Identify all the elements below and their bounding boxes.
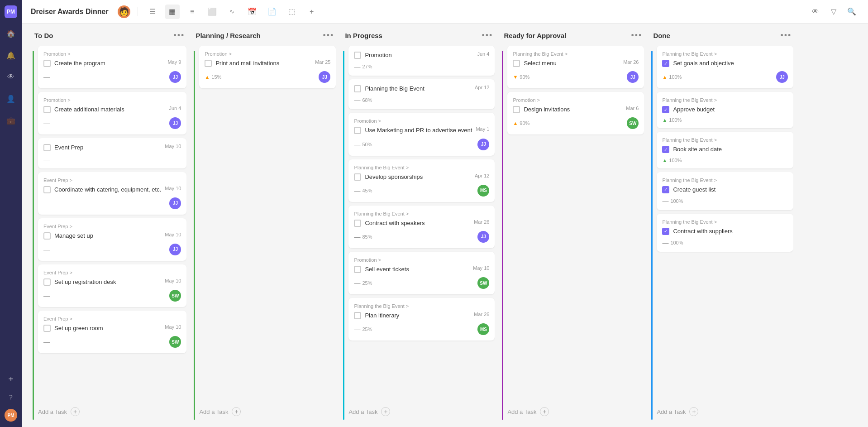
column-header-todo: To Do ••• <box>33 31 186 40</box>
card-checkbox[interactable] <box>43 144 51 151</box>
column-menu-done[interactable]: ••• <box>780 31 792 40</box>
task-card[interactable]: Planning the Big Event > Plan itinerary … <box>348 298 495 341</box>
task-card[interactable]: Planning the Big Event > ✓ Book site and… <box>657 132 793 168</box>
topbar-timeline-icon[interactable]: ∿ <box>225 5 239 19</box>
card-avatar: JJ <box>776 71 788 83</box>
task-card[interactable]: Promotion > Use Marketing and PR to adve… <box>348 113 495 155</box>
topbar-right: 👁 ▽ 🔍 <box>808 5 859 19</box>
task-card[interactable]: Planning the Big Event > Develop sponsor… <box>348 159 495 202</box>
topbar-gantt-icon[interactable]: ⬜ <box>205 5 219 19</box>
card-date: May 1 <box>476 126 489 132</box>
task-card[interactable]: Promotion Jun 4 — 27% <box>348 46 495 76</box>
card-checkbox[interactable] <box>513 106 520 113</box>
card-footer: — 85% JJ <box>354 231 489 243</box>
sidebar-item-people[interactable]: 👤 <box>5 92 17 105</box>
card-category: Planning the Big Event > <box>662 97 788 103</box>
card-title: Select menu <box>524 59 620 67</box>
task-card[interactable]: Promotion > Print and mail invitations M… <box>199 46 336 88</box>
card-checkbox[interactable]: ✓ <box>662 186 669 193</box>
add-task-plus-icon[interactable]: + <box>689 407 698 416</box>
sidebar-add-button[interactable]: + <box>5 373 17 385</box>
task-card[interactable]: Promotion > Create the program May 9 — J… <box>38 46 186 88</box>
card-checkbox[interactable] <box>43 232 51 240</box>
card-checkbox[interactable] <box>354 312 361 319</box>
column-menu-inprogress[interactable]: ••• <box>482 31 493 40</box>
card-checkbox[interactable] <box>43 278 51 286</box>
task-card[interactable]: Planning the Big Event Apr 12 — 68% <box>348 79 495 109</box>
topbar-files-icon[interactable]: 📄 <box>265 5 279 19</box>
card-checkbox[interactable] <box>354 220 361 227</box>
task-card[interactable]: Planning the Big Event > Contract with s… <box>348 206 495 248</box>
sidebar-help-button[interactable]: ? <box>5 391 17 403</box>
column-inprogress: In Progress ••• Promotion Jun 4 — 27% Pl… <box>339 31 498 420</box>
card-checkbox[interactable]: ✓ <box>662 60 669 67</box>
card-category: Planning the Big Event > <box>354 211 489 216</box>
progress-text: 25% <box>362 326 372 332</box>
add-task-button-ready[interactable]: Add a Task + <box>502 403 644 420</box>
add-task-button-inprogress[interactable]: Add a Task + <box>343 403 495 420</box>
card-checkbox[interactable] <box>354 52 361 59</box>
task-card[interactable]: Promotion > Create additional materials … <box>38 92 186 134</box>
column-header-inprogress: In Progress ••• <box>343 31 495 40</box>
topbar-search-icon[interactable]: 🔍 <box>844 5 859 19</box>
topbar-board-icon[interactable]: ▦ <box>165 5 180 19</box>
topbar-eye-icon[interactable]: 👁 <box>808 5 823 19</box>
card-header: Plan itinerary Mar 26 <box>354 312 489 320</box>
card-checkbox[interactable]: ✓ <box>662 228 669 235</box>
sidebar-item-notifications[interactable]: 🔔 <box>5 49 17 62</box>
topbar-table-icon[interactable]: ≡ <box>185 5 200 19</box>
card-checkbox[interactable] <box>43 325 51 332</box>
card-checkbox[interactable] <box>354 173 361 181</box>
column-menu-planning[interactable]: ••• <box>323 31 334 40</box>
task-card[interactable]: Planning the Big Event > ✓ Set goals and… <box>657 46 793 88</box>
task-card[interactable]: Planning the Big Event > ✓ Contract with… <box>657 214 793 252</box>
card-header: Set up registration desk May 10 <box>43 278 181 286</box>
add-task-button-todo[interactable]: Add a Task + <box>33 403 186 420</box>
topbar-list-icon[interactable]: ☰ <box>145 5 160 19</box>
card-checkbox[interactable]: ✓ <box>662 146 669 153</box>
task-card[interactable]: Planning the Big Event > ✓ Approve budge… <box>657 92 793 128</box>
task-card[interactable]: Event Prep > Coordinate with catering, e… <box>38 172 186 215</box>
task-card[interactable]: Event Prep > Manage set up May 10 — JJ <box>38 218 186 261</box>
card-title: Use Marketing and PR to advertise event <box>365 126 472 134</box>
card-checkbox[interactable] <box>354 127 361 134</box>
card-checkbox[interactable] <box>513 60 520 67</box>
progress-text: 100% <box>669 158 682 163</box>
task-card[interactable]: Planning the Big Event > Select menu Mar… <box>507 46 644 88</box>
add-task-plus-icon[interactable]: + <box>232 407 241 416</box>
add-task-button-planning[interactable]: Add a Task + <box>194 403 336 420</box>
add-task-button-done[interactable]: Add a Task + <box>651 403 793 420</box>
progress-text: 85% <box>362 234 372 240</box>
sidebar-item-portfolio[interactable]: 💼 <box>5 114 17 127</box>
add-task-plus-icon[interactable]: + <box>71 407 80 416</box>
column-title-ready: Ready for Approval <box>504 32 566 39</box>
card-checkbox[interactable] <box>354 85 361 92</box>
card-checkbox[interactable] <box>354 266 361 273</box>
task-card[interactable]: Promotion > Sell event tickets May 10 — … <box>348 252 495 294</box>
add-task-plus-icon[interactable]: + <box>540 407 549 416</box>
card-checkbox[interactable]: ✓ <box>662 106 669 113</box>
task-card[interactable]: Event Prep May 10 — <box>38 138 186 168</box>
card-checkbox[interactable] <box>205 60 212 67</box>
app-logo[interactable]: PM <box>5 5 17 18</box>
card-footer: — 27% <box>354 63 489 70</box>
card-checkbox[interactable] <box>43 106 51 113</box>
topbar-add-view-icon[interactable]: + <box>305 5 319 19</box>
card-checkbox[interactable] <box>43 186 51 193</box>
sidebar-item-view[interactable]: 👁 <box>5 71 17 83</box>
progress-text: 27% <box>362 64 372 69</box>
sidebar-item-home[interactable]: 🏠 <box>5 27 17 40</box>
task-card[interactable]: Promotion > Design invitations Mar 6 ▲ 9… <box>507 92 644 134</box>
current-user-avatar[interactable]: PM <box>5 409 17 422</box>
column-menu-todo[interactable]: ••• <box>173 31 185 40</box>
card-avatar: JJ <box>627 71 639 83</box>
card-checkbox[interactable] <box>43 60 51 67</box>
task-card[interactable]: Event Prep > Set up registration desk Ma… <box>38 264 186 307</box>
task-card[interactable]: Event Prep > Set up green room May 10 — … <box>38 311 186 353</box>
task-card[interactable]: Planning the Big Event > ✓ Create guest … <box>657 172 793 210</box>
topbar-filter-icon[interactable]: ▽ <box>826 5 841 19</box>
topbar-split-icon[interactable]: ⬚ <box>285 5 299 19</box>
add-task-plus-icon[interactable]: + <box>381 407 390 416</box>
topbar-calendar-icon[interactable]: 📅 <box>245 5 259 19</box>
column-menu-ready[interactable]: ••• <box>631 31 642 40</box>
